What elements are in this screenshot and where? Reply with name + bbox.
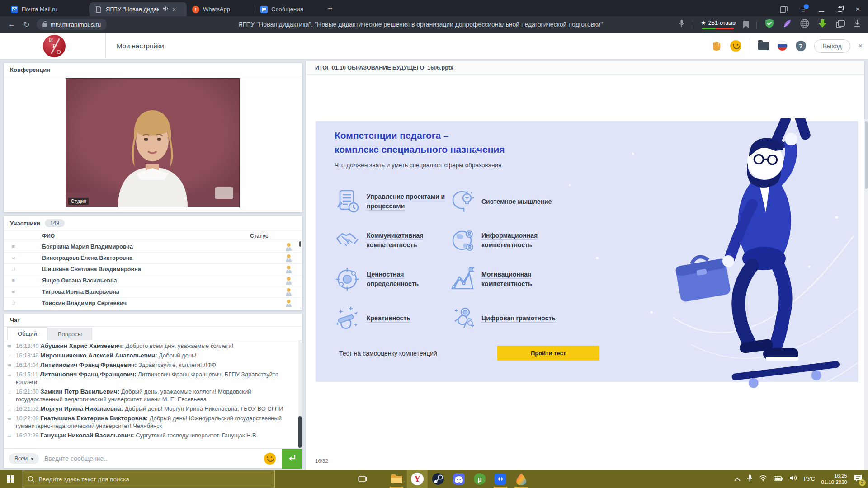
send-message-button[interactable] [282, 449, 302, 469]
task-view-button[interactable] [352, 470, 373, 488]
message-menu-icon[interactable]: ≡ [8, 343, 11, 350]
new-tab-button[interactable]: + [324, 3, 336, 14]
participant-row[interactable]: ≡Бояркина Мария Владимировна [4, 241, 302, 253]
page-scrollbar-thumb[interactable] [865, 121, 868, 189]
file-explorer-button[interactable] [386, 470, 407, 488]
drag-handle-icon[interactable]: ≡ [12, 277, 15, 284]
chat-scrollbar[interactable] [298, 340, 302, 450]
photos-app-button[interactable] [511, 470, 532, 488]
drag-handle-icon[interactable]: ≡ [12, 254, 15, 261]
participant-status-icon [285, 243, 292, 253]
participants-scrollbar[interactable] [299, 241, 301, 247]
downloader-extension-icon[interactable] [817, 19, 827, 30]
files-folder-icon[interactable] [758, 42, 769, 50]
tray-chevron-up-icon[interactable] [734, 475, 741, 483]
take-test-button[interactable]: Пройти тест [497, 346, 599, 361]
address-bar: ← ↻ mf9.miranimbus.ru ЯГПУ "Новая дидакт… [0, 16, 868, 33]
start-button[interactable] [0, 470, 22, 488]
tray-clock[interactable]: 16:25 01.10.2020 [821, 473, 847, 485]
message-menu-icon[interactable]: ≡ [8, 415, 11, 422]
message-menu-icon[interactable]: ≡ [8, 388, 11, 396]
tray-microphone-icon[interactable] [747, 474, 753, 484]
discord-button[interactable] [448, 470, 469, 488]
tray-battery-icon[interactable] [774, 475, 783, 483]
utorrent-button[interactable]: µ [469, 470, 490, 488]
window-close-button[interactable]: × [856, 5, 860, 14]
voice-search-icon[interactable] [679, 19, 685, 29]
message-menu-icon[interactable]: ≡ [8, 432, 11, 440]
tab-audio-icon[interactable] [163, 6, 169, 13]
divider [693, 20, 693, 28]
taskbar-search-input[interactable] [38, 476, 269, 483]
globe-extension-icon[interactable] [800, 19, 810, 30]
taskbar-search[interactable] [22, 470, 275, 488]
tab-mail[interactable]: Почта Mail.ru [5, 2, 89, 16]
feather-extension-icon[interactable] [782, 19, 792, 30]
presentation-filename: ИТОГ 01.10 ОБРАЗОВАНИЕ БУДУЩЕГО_1606.ppt… [306, 61, 864, 75]
restore-button[interactable] [838, 7, 842, 12]
message-text: Добрый день! [159, 352, 196, 359]
back-icon[interactable]: ← [8, 20, 15, 28]
reactions-smiley-icon[interactable] [730, 40, 741, 52]
chat-bubble-icon [260, 6, 268, 13]
participant-row[interactable]: ≡Шишкина Светлана Владимировна [4, 264, 302, 275]
page-scrollbar[interactable] [864, 119, 868, 488]
drag-handle-icon[interactable]: ≡ [12, 288, 15, 295]
participant-row[interactable]: ≡Тоискин Владимир Сергеевич [4, 298, 302, 309]
message-menu-icon[interactable]: ≡ [8, 405, 11, 413]
yandex-browser-button[interactable]: Y [407, 470, 428, 488]
sparkle [808, 266, 811, 268]
recipient-dropdown[interactable]: Всем ▾ [9, 453, 39, 464]
participant-name: Виноградова Елена Викторовна [42, 255, 132, 261]
raise-hand-icon[interactable] [711, 41, 722, 52]
iro-logo[interactable]: ИРО [43, 35, 66, 57]
tray-volume-icon[interactable] [789, 475, 797, 483]
teamviewer-button[interactable] [490, 470, 511, 488]
menu-my-settings[interactable]: Мои настройки [117, 42, 164, 50]
message-author: Ганущак Николай Васильевич: [40, 432, 134, 439]
header-close-icon[interactable]: × [859, 42, 863, 50]
message-menu-icon[interactable]: ≡ [8, 371, 11, 379]
bookmark-icon[interactable] [743, 21, 749, 28]
action-center-button[interactable]: 2 [854, 474, 863, 484]
participant-row[interactable]: ≡Виноградова Елена Викторовна [4, 253, 302, 264]
tray-time: 16:25 [821, 473, 847, 479]
message-menu-icon[interactable]: ≡ [8, 361, 11, 369]
keyboard-language-indicator[interactable]: РУС [803, 476, 815, 482]
chat-scrollbar-thumb[interactable] [298, 416, 302, 448]
help-icon[interactable]: ? [796, 41, 806, 51]
tab-whatsapp[interactable]: ! WhatsApp [187, 2, 255, 16]
download-icon[interactable] [854, 19, 861, 29]
side-panel-icon[interactable] [780, 6, 788, 13]
tab-webinar-active[interactable]: ЯГПУ "Новая дидакт × [90, 2, 187, 16]
minimize-button[interactable] [819, 7, 824, 12]
message-time: 16:13:40 [16, 343, 39, 349]
participant-row[interactable]: ≡Тигрова Ирина Валерьевна [4, 286, 302, 298]
message-menu-icon[interactable]: ≡ [8, 352, 11, 360]
tab-close-icon[interactable]: × [172, 6, 176, 13]
reload-icon[interactable]: ↻ [24, 20, 29, 29]
folder-icon [390, 474, 403, 484]
language-flag-icon[interactable] [777, 41, 788, 51]
wallet-extension-icon[interactable] [835, 19, 846, 30]
flame-icon [516, 473, 527, 485]
tab-messages[interactable]: Сообщения [255, 2, 321, 16]
logout-button[interactable]: Выход [814, 39, 850, 53]
tab-chat-questions[interactable]: Вопросы [47, 328, 92, 340]
browser-profile-button[interactable]: ≡ [801, 6, 805, 14]
tray-wifi-icon[interactable] [759, 475, 767, 483]
drag-handle-icon[interactable]: ≡ [12, 243, 15, 250]
adblock-shield-icon[interactable] [764, 19, 774, 30]
participant-row[interactable]: ≡Янцер Оксана Васильевна [4, 275, 302, 286]
chat-message-input[interactable] [44, 455, 264, 462]
chat-input-row: Всем ▾ [4, 448, 302, 468]
emoji-picker-icon[interactable] [264, 453, 276, 465]
chat-message: ≡16:14:04 Литвинович Франц Францевич: Зд… [4, 360, 302, 370]
tab-chat-general[interactable]: Общий [7, 327, 47, 340]
drag-handle-icon[interactable]: ≡ [12, 266, 15, 272]
site-reviews-badge[interactable]: ★251 отзыв [701, 19, 736, 29]
chat-message: ≡16:21:00 Замкин Петр Васильевич: Добрый… [4, 387, 302, 404]
url-field[interactable]: mf9.miranimbus.ru [37, 19, 107, 30]
drag-handle-icon[interactable]: ≡ [12, 300, 15, 306]
steam-button[interactable] [428, 470, 448, 488]
